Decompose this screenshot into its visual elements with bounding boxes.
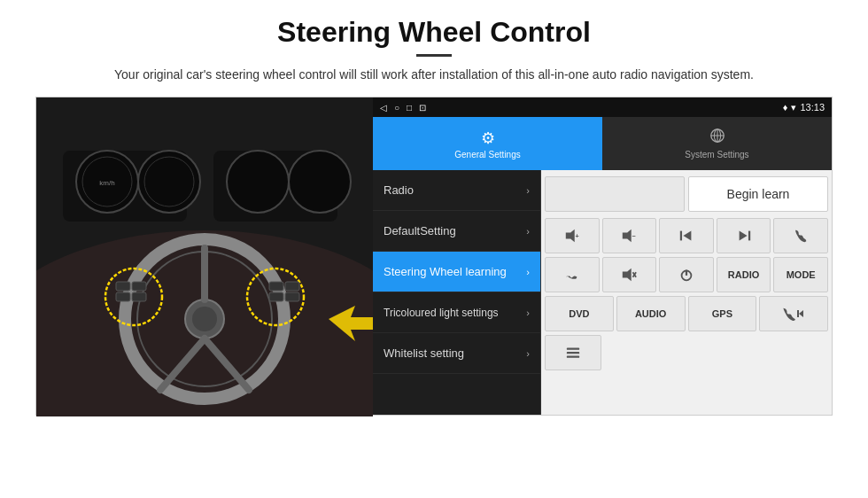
svg-point-9 — [227, 151, 289, 213]
svg-text:+: + — [575, 232, 578, 240]
menu-default-label: DefaultSetting — [384, 224, 456, 237]
top-row: Begin learn — [545, 174, 828, 214]
svg-rect-48 — [567, 348, 579, 350]
android-ui: ◁ ○ □ ⊡ ♦ ▾ 13:13 ⚙ General Settings — [373, 97, 832, 415]
mute-button[interactable] — [602, 257, 657, 292]
control-row-1: + − — [545, 218, 828, 253]
hang-up-button[interactable] — [545, 257, 600, 292]
menu-arrow-whitelist: › — [526, 348, 530, 359]
signal-icon: ▾ — [791, 102, 796, 113]
menu-arrow-default: › — [526, 226, 530, 237]
vol-up-button[interactable]: + — [545, 218, 600, 253]
system-settings-icon — [709, 128, 725, 148]
svg-rect-21 — [116, 292, 130, 301]
svg-rect-23 — [132, 292, 146, 301]
tel-prev-button[interactable] — [759, 296, 828, 331]
page-title: Steering Wheel Control — [35, 16, 833, 49]
content-area: km/h — [35, 97, 833, 416]
prev-track-button[interactable] — [659, 218, 714, 253]
nav-buttons: ◁ ○ □ ⊡ — [380, 103, 426, 113]
svg-rect-37 — [680, 231, 682, 241]
svg-text:−: − — [632, 232, 636, 240]
menu-item-steering[interactable]: Steering Wheel learning › — [373, 252, 540, 292]
svg-marker-40 — [739, 231, 747, 241]
svg-rect-22 — [132, 282, 146, 291]
left-menu: Radio › DefaultSetting › Steering Wheel … — [373, 170, 541, 415]
tab-system[interactable]: System Settings — [602, 117, 832, 170]
phone-button[interactable] — [773, 218, 828, 253]
radio-label-button[interactable]: RADIO — [717, 257, 771, 292]
svg-rect-20 — [116, 282, 130, 291]
nav-recent-icon[interactable]: □ — [407, 103, 412, 113]
general-settings-label: General Settings — [454, 150, 521, 160]
menu-arrow-steering: › — [526, 267, 530, 277]
power-button[interactable] — [659, 257, 714, 292]
svg-rect-50 — [567, 356, 579, 358]
next-track-button[interactable] — [717, 218, 771, 253]
general-settings-icon: ⚙ — [481, 128, 495, 148]
svg-rect-24 — [269, 282, 283, 291]
car-image: km/h — [36, 97, 373, 416]
nav-home-icon[interactable]: ○ — [394, 103, 399, 113]
svg-marker-41 — [623, 268, 632, 281]
tab-general[interactable]: ⚙ General Settings — [373, 117, 602, 170]
menu-tricolour-label: Tricoloured light settings — [384, 307, 499, 319]
vol-down-button[interactable]: − — [602, 218, 657, 253]
nav-cast-icon[interactable]: ⊡ — [419, 103, 426, 113]
svg-rect-39 — [748, 231, 750, 241]
svg-rect-27 — [285, 292, 299, 301]
location-icon: ♦ — [783, 102, 788, 113]
nav-back-icon[interactable]: ◁ — [380, 103, 387, 113]
svg-marker-38 — [683, 231, 691, 241]
menu-steering-label: Steering Wheel learning — [384, 265, 507, 278]
gps-button[interactable]: GPS — [688, 296, 757, 331]
menu-arrow-tricolour: › — [526, 307, 530, 318]
svg-marker-47 — [799, 310, 803, 317]
begin-learn-button[interactable]: Begin learn — [688, 176, 828, 212]
status-right: ♦ ▾ 13:13 — [783, 102, 825, 113]
control-row-2: RADIO MODE — [545, 257, 828, 292]
menu-item-radio[interactable]: Radio › — [373, 170, 540, 211]
menu-item-default[interactable]: DefaultSetting › — [373, 211, 540, 252]
svg-marker-33 — [566, 230, 575, 242]
svg-marker-35 — [623, 230, 632, 242]
title-divider — [416, 54, 452, 57]
top-tabs: ⚙ General Settings System Settings — [373, 117, 832, 170]
menu-whitelist-label: Whitelist setting — [384, 346, 464, 360]
svg-rect-25 — [269, 292, 283, 301]
svg-point-14 — [192, 307, 217, 331]
empty-area — [545, 176, 685, 212]
menu-arrow-radio: › — [526, 185, 530, 196]
menu-icon-button[interactable] — [545, 335, 601, 370]
menu-radio-label: Radio — [384, 183, 414, 197]
svg-point-7 — [138, 151, 200, 213]
system-settings-label: System Settings — [685, 150, 748, 160]
menu-item-whitelist[interactable]: Whitelist setting › — [373, 333, 540, 374]
svg-rect-46 — [797, 310, 799, 317]
audio-button[interactable]: AUDIO — [616, 296, 686, 331]
svg-point-10 — [289, 151, 351, 213]
dvd-button[interactable]: DVD — [545, 296, 614, 331]
svg-rect-26 — [285, 282, 299, 291]
svg-text:km/h: km/h — [99, 179, 114, 187]
control-row-4 — [545, 335, 828, 370]
main-content: Radio › DefaultSetting › Steering Wheel … — [373, 170, 832, 415]
right-panel: Begin learn + — [541, 170, 832, 415]
status-bar: ◁ ○ □ ⊡ ♦ ▾ 13:13 — [373, 97, 832, 117]
menu-item-tricolour[interactable]: Tricoloured light settings › — [373, 292, 540, 333]
mode-button[interactable]: MODE — [773, 257, 828, 292]
clock: 13:13 — [800, 102, 825, 113]
control-row-3: DVD AUDIO GPS — [545, 296, 828, 331]
svg-rect-49 — [567, 352, 579, 354]
page-subtitle: Your original car's steering wheel contr… — [35, 66, 833, 84]
